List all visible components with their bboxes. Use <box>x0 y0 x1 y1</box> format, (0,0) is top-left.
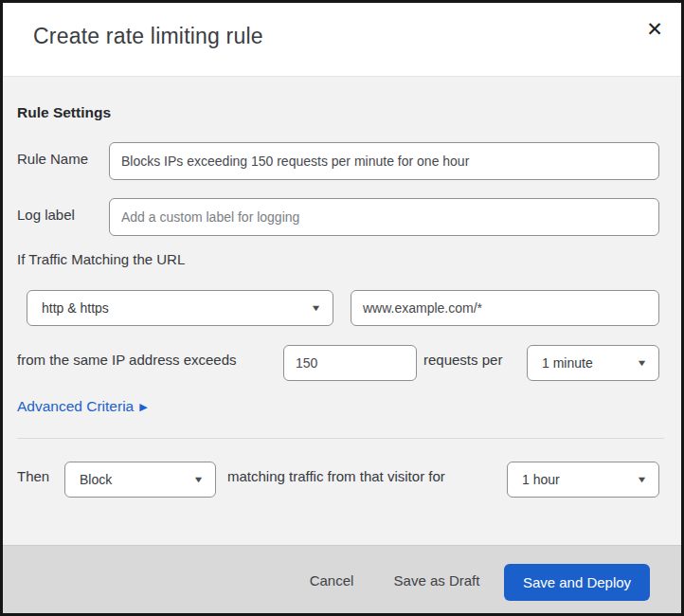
duration-select[interactable]: 1 hour ▼ <box>507 462 659 498</box>
cancel-button[interactable]: Cancel <box>290 562 373 598</box>
requests-per-text: requests per <box>423 352 502 368</box>
expand-arrow-icon: ▶ <box>139 401 147 413</box>
dialog-header: Create rate limiting rule ✕ <box>3 3 681 77</box>
save-as-draft-button[interactable]: Save as Draft <box>377 562 496 598</box>
protocol-select-value: http & https <box>42 300 109 316</box>
page-title: Create rate limiting rule <box>33 24 263 49</box>
log-label-label: Log label <box>17 207 75 223</box>
chevron-down-icon: ▼ <box>637 358 648 368</box>
if-traffic-matching-text: If Traffic Matching the URL <box>17 251 185 267</box>
url-pattern-input[interactable] <box>351 290 659 326</box>
chevron-down-icon: ▼ <box>193 475 205 484</box>
close-icon[interactable]: ✕ <box>641 16 668 43</box>
duration-select-value: 1 hour <box>522 472 560 487</box>
matching-traffic-text: matching traffic from that visitor for <box>227 468 445 484</box>
advanced-criteria-label: Advanced Criteria <box>17 398 134 415</box>
period-select[interactable]: 1 minute ▼ <box>527 345 659 381</box>
chevron-down-icon: ▼ <box>311 303 322 313</box>
chevron-down-icon: ▼ <box>637 475 648 484</box>
protocol-select[interactable]: http & https ▼ <box>27 290 333 326</box>
action-select[interactable]: Block ▼ <box>64 462 216 498</box>
rule-name-label: Rule Name <box>17 151 88 167</box>
save-and-deploy-button[interactable]: Save and Deploy <box>504 564 650 601</box>
create-rate-limiting-rule-dialog: Create rate limiting rule ✕ Rule Setting… <box>0 0 684 616</box>
then-text: Then <box>17 468 49 484</box>
rule-name-input[interactable] <box>109 142 659 180</box>
action-select-value: Block <box>80 472 112 487</box>
exceeds-text: from the same IP address exceeds <box>17 352 237 368</box>
request-count-input[interactable] <box>283 345 417 381</box>
period-select-value: 1 minute <box>542 355 593 371</box>
rule-settings-heading: Rule Settings <box>17 104 111 121</box>
log-label-input[interactable] <box>109 198 659 236</box>
advanced-criteria-link[interactable]: Advanced Criteria ▶ <box>17 398 148 415</box>
section-divider <box>17 438 664 439</box>
